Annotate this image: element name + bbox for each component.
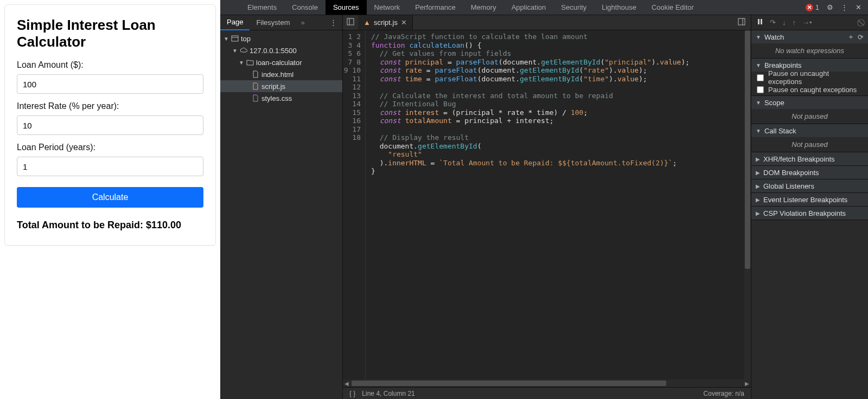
file-icon <box>252 70 259 78</box>
devtools-tab-network[interactable]: Network <box>367 0 408 15</box>
horizontal-scrollbar[interactable]: ◀ ▶ <box>343 379 751 387</box>
period-label: Loan Period (years): <box>17 143 203 152</box>
nav-tab-page[interactable]: Page <box>220 15 250 30</box>
code-area[interactable]: // JavaScript function to calculate the … <box>366 30 751 379</box>
callstack-header[interactable]: ▼ Call Stack <box>751 124 868 137</box>
error-badge[interactable]: ✕ 1 <box>806 3 819 11</box>
sources-navigator: Page Filesystem » ⋮ ▼ top ▼ 127.0.0.1:55… <box>220 15 343 399</box>
line-gutter[interactable]: 1 2 3 4 5 6 7 8 9 10 11 12 13 14 15 16 1… <box>343 30 366 379</box>
devtools-tab-application[interactable]: Application <box>504 0 554 15</box>
app-title: Simple Interest Loan Calculator <box>17 17 203 50</box>
warning-icon: ▲ <box>363 18 371 27</box>
watch-section: ▼ Watch ＋ ⟳ No watch expressions <box>751 30 868 59</box>
xhr-section: ▶XHR/fetch Breakpoints <box>751 152 868 166</box>
tree-file-script-label: script.js <box>261 82 285 91</box>
period-group: Loan Period (years): <box>17 143 203 176</box>
tree-file-script[interactable]: script.js <box>220 80 342 92</box>
devtools-topbar: ElementsConsoleSourcesNetworkPerformance… <box>220 0 868 15</box>
step-over-icon[interactable]: ↷ <box>770 18 776 27</box>
scope-msg: Not paused <box>751 109 868 124</box>
coverage-status[interactable]: Coverage: n/a <box>704 390 744 397</box>
source-editor: ▲ script.js ✕ 1 2 3 4 5 6 7 8 9 10 11 12… <box>343 15 751 399</box>
event-bp-section: ▶Event Listener Breakpoints <box>751 193 868 207</box>
scroll-left-icon[interactable]: ◀ <box>343 381 350 387</box>
event-bp-title: Event Listener Breakpoints <box>763 196 847 204</box>
pause-uncaught-label: Pause on uncaught exceptions <box>768 69 863 86</box>
devtools-tab-performance[interactable]: Performance <box>407 0 463 15</box>
tree-host-label: 127.0.0.1:5500 <box>250 47 297 55</box>
callstack-msg: Not paused <box>751 137 868 152</box>
period-input[interactable] <box>17 157 203 176</box>
horizontal-scroll-thumb[interactable] <box>352 381 666 386</box>
rate-group: Interest Rate (% per year): <box>17 101 203 135</box>
close-tab-icon[interactable]: ✕ <box>401 18 407 27</box>
tree-file-index[interactable]: index.html <box>220 68 342 80</box>
rate-input[interactable] <box>17 115 203 135</box>
callstack-section: ▼ Call Stack Not paused <box>751 124 868 152</box>
watch-header[interactable]: ▼ Watch ＋ ⟳ <box>751 30 868 43</box>
pretty-print-icon[interactable]: { } <box>349 390 355 397</box>
editor-main[interactable]: 1 2 3 4 5 6 7 8 9 10 11 12 13 14 15 16 1… <box>343 30 751 379</box>
devtools-tab-lighthouse[interactable]: Lighthouse <box>594 0 644 15</box>
callstack-title: Call Stack <box>764 127 796 135</box>
add-watch-icon[interactable]: ＋ <box>847 32 854 42</box>
editor-statusbar: { } Line 4, Column 21 Coverage: n/a <box>343 387 751 399</box>
toggle-navigator-icon[interactable] <box>343 18 358 27</box>
pause-caught-label: Pause on caught exceptions <box>768 86 857 94</box>
xhr-title: XHR/fetch Breakpoints <box>763 155 835 163</box>
tree-folder[interactable]: ▼ loan-calculator <box>220 56 342 68</box>
amount-label: Loan Amount ($): <box>17 60 203 70</box>
devtools-tab-console[interactable]: Console <box>284 0 326 15</box>
calculate-button[interactable]: Calculate <box>17 187 203 208</box>
pause-caught-checkbox[interactable] <box>757 86 764 93</box>
editor-tab-scriptjs[interactable]: ▲ script.js ✕ <box>358 15 413 30</box>
toggle-debugger-icon[interactable] <box>738 18 751 27</box>
css-file-icon <box>252 94 259 102</box>
nav-tab-filesystem[interactable]: Filesystem <box>250 15 296 30</box>
devtools-tab-security[interactable]: Security <box>553 0 594 15</box>
scroll-right-icon[interactable]: ▶ <box>743 381 751 387</box>
step-out-icon[interactable]: ↑ <box>793 18 796 27</box>
tree-file-index-label: index.html <box>261 70 293 79</box>
vertical-scroll-thumb[interactable] <box>745 30 750 269</box>
step-icon[interactable]: →• <box>802 18 812 27</box>
result-text: Total Amount to be Repaid: $110.00 <box>17 220 203 231</box>
settings-icon[interactable]: ⚙ <box>827 3 833 11</box>
folder-icon <box>246 59 254 66</box>
tree-host[interactable]: ▼ 127.0.0.1:5500 <box>220 44 342 56</box>
devtools-tab-sources[interactable]: Sources <box>326 0 367 15</box>
nav-overflow-icon[interactable]: » <box>297 18 305 27</box>
devtools-tab-cookie-editor[interactable]: Cookie Editor <box>644 0 701 15</box>
scope-section: ▼ Scope Not paused <box>751 96 868 124</box>
watch-empty: No watch expressions <box>751 43 868 58</box>
event-bp-header[interactable]: ▶Event Listener Breakpoints <box>751 193 868 206</box>
csp-bp-header[interactable]: ▶CSP Violation Breakpoints <box>751 207 868 220</box>
step-into-icon[interactable]: ↓ <box>782 18 786 27</box>
cursor-position: Line 4, Column 21 <box>362 390 414 397</box>
scope-header[interactable]: ▼ Scope <box>751 96 868 109</box>
close-devtools-icon[interactable]: ✕ <box>856 3 861 11</box>
breakpoints-title: Breakpoints <box>764 61 802 69</box>
tree-file-styles[interactable]: styles.css <box>220 92 342 104</box>
rate-label: Interest Rate (% per year): <box>17 101 203 111</box>
dom-bp-header[interactable]: ▶DOM Breakpoints <box>751 166 868 179</box>
pause-caught-row[interactable]: Pause on caught exceptions <box>751 83 868 95</box>
global-listeners-header[interactable]: ▶Global Listeners <box>751 179 868 192</box>
pause-uncaught-checkbox[interactable] <box>757 74 764 81</box>
devtools-tab-elements[interactable]: Elements <box>240 0 284 15</box>
svg-rect-9 <box>758 19 760 24</box>
file-tree: ▼ top ▼ 127.0.0.1:5500 ▼ loan-calculator <box>220 30 342 106</box>
vertical-scrollbar[interactable] <box>744 30 751 379</box>
tree-top-label: top <box>241 35 251 43</box>
pause-icon[interactable] <box>757 18 763 27</box>
amount-input[interactable] <box>17 74 203 94</box>
pause-uncaught-row[interactable]: Pause on uncaught exceptions <box>751 72 868 83</box>
tree-top[interactable]: ▼ top <box>220 33 342 44</box>
refresh-watch-icon[interactable]: ⟳ <box>858 33 864 41</box>
nav-menu-icon[interactable]: ⋮ <box>324 18 342 27</box>
devtools-tab-memory[interactable]: Memory <box>463 0 504 15</box>
xhr-header[interactable]: ▶XHR/fetch Breakpoints <box>751 152 868 165</box>
dom-bp-title: DOM Breakpoints <box>763 169 819 177</box>
more-icon[interactable]: ⋮ <box>841 3 848 11</box>
window-icon <box>231 35 239 42</box>
